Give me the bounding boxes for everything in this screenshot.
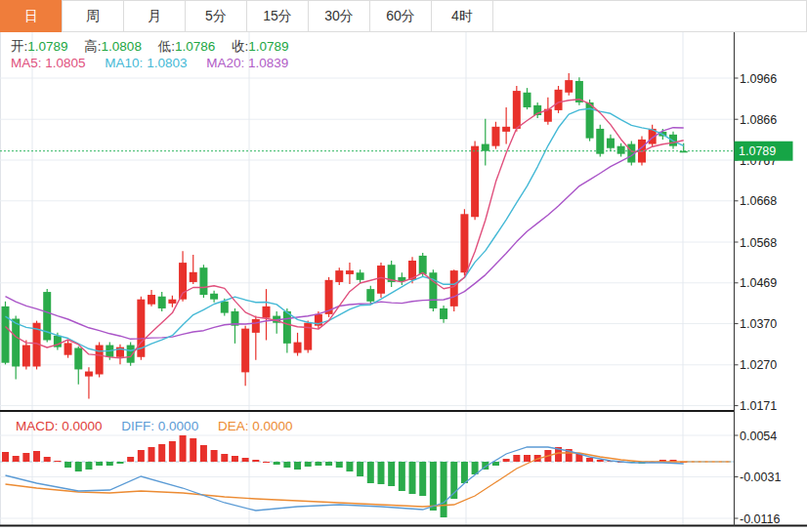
macd-bar (149, 447, 155, 462)
macd-bar (513, 455, 520, 462)
candle-body (64, 343, 72, 354)
candle-body (2, 307, 10, 363)
macd-bar (409, 462, 416, 494)
candle-body (524, 93, 531, 107)
candle-body (482, 144, 489, 151)
macd-bar (294, 462, 301, 470)
ma20-line (6, 128, 684, 340)
tab-5min[interactable]: 5分 (185, 0, 247, 32)
dea-value-readout: DEA: 0.0000 (218, 419, 293, 433)
macd-bar (200, 445, 207, 462)
candle-body (148, 295, 155, 305)
candle-body (491, 127, 499, 146)
tab-15min[interactable]: 15分 (246, 0, 309, 32)
ma-readout: MA5: 1.0805 MA10: 1.0803 MA20: 1.0839 (11, 56, 304, 70)
tab-30min[interactable]: 30分 (308, 0, 370, 32)
macd-bar (586, 458, 593, 462)
price-tick-label: 1.0370 (740, 317, 777, 331)
price-tick-label: 1.0668 (740, 194, 777, 208)
price-tick-label: 1.0568 (740, 236, 777, 250)
low-value: 1.0786 (175, 39, 215, 54)
macd-value-readout: MACD: 0.0000 (16, 419, 103, 433)
macd-bar (325, 462, 332, 466)
tab-60min[interactable]: 60分 (369, 0, 432, 32)
price-tick-label: 1.0270 (740, 358, 777, 372)
candle-body (283, 311, 291, 344)
ma20-readout: MA20: 1.0839 (206, 56, 288, 70)
high-label: 高: (84, 39, 101, 54)
candle-body (210, 294, 218, 300)
tab-4hour[interactable]: 4时 (431, 0, 493, 32)
candle-body (335, 270, 343, 282)
macd-bar (22, 453, 29, 462)
macd-bar (64, 462, 71, 468)
macd-bar (367, 462, 374, 483)
macd-bar (85, 462, 92, 470)
candle-body (366, 289, 374, 302)
candle-body (74, 348, 82, 369)
macd-bar (127, 457, 134, 462)
macd-readout: MACD: 0.0000 DIFF: 0.0000 DEA: 0.0000 (16, 419, 308, 433)
candle-body (565, 80, 573, 93)
macd-bar (357, 462, 363, 476)
macd-bar (252, 460, 259, 462)
price-tick-label: 1.0866 (740, 113, 777, 127)
macd-tick-label: -0.0031 (740, 471, 781, 484)
tab-month[interactable]: 月 (123, 0, 186, 32)
ma5-line (6, 100, 684, 358)
macd-bar (169, 441, 176, 462)
candle-body (357, 272, 364, 280)
tab-week[interactable]: 周 (62, 0, 124, 32)
candle-body (190, 272, 197, 282)
macd-bar (54, 461, 61, 462)
macd-bar (221, 454, 228, 462)
tab-day[interactable]: 日 (0, 0, 63, 32)
candle-body (158, 297, 166, 308)
candle-body (377, 266, 385, 294)
candle-body (450, 270, 458, 307)
price-tick-label: 1.0966 (740, 72, 777, 86)
tabbar-filler (492, 0, 807, 32)
macd-bar (399, 462, 405, 491)
ma5-readout: MA5: 1.0805 (11, 56, 86, 70)
macd-bar (75, 462, 82, 471)
low-label: 低: (158, 39, 175, 54)
ohlc-readout: 开:1.0789 高:1.0808 低:1.0786 收:1.0789 (11, 38, 302, 56)
macd-tick-label: -0.0116 (740, 512, 781, 526)
candle-body (22, 346, 30, 367)
macd-bar (346, 462, 353, 471)
close-label: 收: (232, 39, 248, 54)
ma10-line (6, 108, 684, 351)
macd-bar (33, 451, 40, 462)
macd-tick-label: 0.0054 (740, 430, 777, 443)
macd-bar (232, 456, 238, 462)
candle-body (12, 319, 20, 367)
macd-bar (441, 462, 447, 517)
macd-bar (305, 462, 312, 467)
macd-bar (388, 462, 395, 486)
candle-body (460, 214, 468, 272)
macd-bar (377, 462, 384, 484)
macd-bar (283, 462, 290, 468)
macd-bar (430, 462, 437, 511)
price-tick-label: 1.0469 (740, 276, 777, 290)
macd-bar (524, 455, 531, 462)
candle-body (419, 256, 427, 274)
timeframe-tabbar: 日 周 月 5分 15分 30分 60分 4时 (0, 0, 807, 32)
candle-body (617, 146, 625, 154)
high-value: 1.0808 (102, 39, 142, 54)
candlestick-chart-app: 1.09661.08661.07671.06681.05681.04691.03… (0, 0, 807, 532)
price-tick-label: 1.0171 (740, 399, 777, 413)
macd-bar (13, 456, 20, 462)
candle-body (85, 372, 93, 377)
macd-bar (461, 462, 468, 483)
candle-body (96, 346, 104, 375)
open-label: 开: (11, 39, 27, 54)
candle-body (221, 302, 229, 313)
candle-body (471, 146, 479, 218)
macd-bar (336, 462, 343, 468)
macd-bar (44, 457, 51, 462)
macd-bar (242, 458, 249, 462)
macd-bar (190, 438, 196, 462)
candle-body (168, 300, 176, 304)
